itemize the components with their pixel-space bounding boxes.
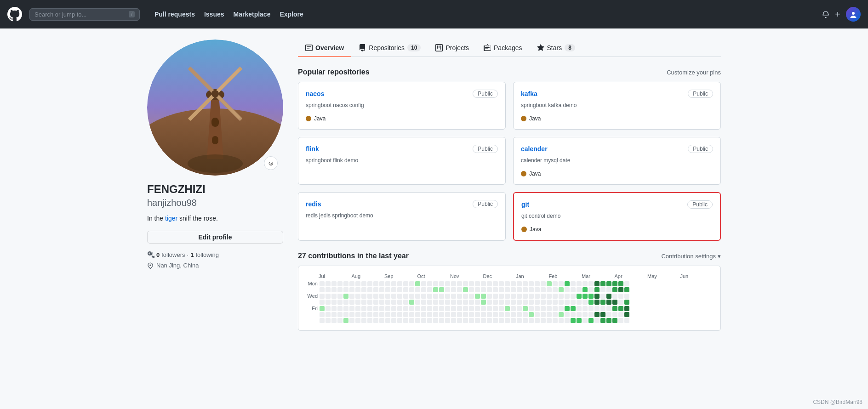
- contrib-cell[interactable]: [433, 294, 438, 299]
- contrib-cell[interactable]: [331, 281, 337, 286]
- contrib-cell[interactable]: [421, 287, 426, 292]
- contrib-cell[interactable]: [618, 287, 623, 292]
- contrib-cell[interactable]: [367, 312, 372, 317]
- contrib-cell[interactable]: [326, 294, 331, 299]
- contrib-cell[interactable]: [571, 306, 576, 311]
- contrib-cell[interactable]: [373, 300, 378, 305]
- contrib-cell[interactable]: [320, 312, 325, 317]
- contrib-cell[interactable]: [457, 287, 462, 292]
- contrib-cell[interactable]: [457, 318, 462, 323]
- contrib-cell[interactable]: [559, 306, 564, 311]
- contrib-cell[interactable]: [361, 294, 366, 299]
- contrib-cell[interactable]: [415, 312, 420, 317]
- contrib-cell[interactable]: [451, 300, 456, 305]
- contrib-cell[interactable]: [517, 318, 522, 323]
- contrib-cell[interactable]: [427, 281, 432, 286]
- contrib-cell[interactable]: [577, 318, 582, 323]
- contrib-cell[interactable]: [361, 300, 366, 305]
- contrib-cell[interactable]: [397, 318, 402, 323]
- contrib-cell[interactable]: [409, 306, 414, 311]
- contrib-cell[interactable]: [361, 312, 366, 317]
- contrib-cell[interactable]: [379, 318, 384, 323]
- contrib-cell[interactable]: [469, 318, 474, 323]
- contrib-cell[interactable]: [469, 281, 474, 286]
- contrib-cell[interactable]: [320, 300, 325, 305]
- contrib-cell[interactable]: [624, 318, 629, 323]
- search-input[interactable]: [34, 11, 125, 18]
- contrib-cell[interactable]: [618, 281, 623, 286]
- contrib-cell[interactable]: [588, 300, 594, 305]
- contrib-cell[interactable]: [385, 312, 390, 317]
- contrib-cell[interactable]: [379, 306, 384, 311]
- contrib-cell[interactable]: [553, 318, 558, 323]
- contrib-cell[interactable]: [385, 318, 390, 323]
- contrib-cell[interactable]: [427, 294, 432, 299]
- contrib-cell[interactable]: [571, 294, 576, 299]
- contrib-cell[interactable]: [523, 318, 528, 323]
- contrib-cell[interactable]: [421, 306, 426, 311]
- contrib-cell[interactable]: [475, 300, 480, 305]
- contrib-cell[interactable]: [612, 306, 617, 311]
- contrib-cell[interactable]: [529, 318, 534, 323]
- contrib-cell[interactable]: [559, 318, 564, 323]
- contrib-cell[interactable]: [331, 300, 337, 305]
- contrib-cell[interactable]: [367, 318, 372, 323]
- contrib-cell[interactable]: [337, 294, 343, 299]
- contrib-cell[interactable]: [361, 318, 366, 323]
- contrib-cell[interactable]: [403, 312, 408, 317]
- contrib-cell[interactable]: [565, 318, 570, 323]
- contrib-cell[interactable]: [541, 306, 546, 311]
- contrib-cell[interactable]: [511, 287, 516, 292]
- contrib-cell[interactable]: [457, 306, 462, 311]
- contrib-cell[interactable]: [582, 294, 588, 299]
- contrib-cell[interactable]: [577, 300, 582, 305]
- contrib-cell[interactable]: [397, 287, 402, 292]
- contrib-cell[interactable]: [439, 281, 444, 286]
- contrib-cell[interactable]: [499, 287, 504, 292]
- contrib-cell[interactable]: [379, 281, 384, 286]
- contrib-cell[interactable]: [427, 287, 432, 292]
- contrib-cell[interactable]: [451, 318, 456, 323]
- contrib-cell[interactable]: [582, 318, 588, 323]
- contrib-cell[interactable]: [523, 300, 528, 305]
- contrib-cell[interactable]: [343, 312, 348, 317]
- contrib-cell[interactable]: [439, 306, 444, 311]
- github-logo-icon[interactable]: [7, 7, 22, 22]
- contrib-cell[interactable]: [463, 312, 468, 317]
- contrib-cell[interactable]: [427, 312, 432, 317]
- contrib-cell[interactable]: [594, 294, 600, 299]
- contrib-cell[interactable]: [331, 318, 337, 323]
- contrib-cell[interactable]: [535, 318, 540, 323]
- contrib-cell[interactable]: [361, 287, 366, 292]
- contrib-cell[interactable]: [367, 287, 372, 292]
- contrib-cell[interactable]: [612, 318, 617, 323]
- contrib-cell[interactable]: [511, 281, 516, 286]
- contrib-cell[interactable]: [433, 281, 438, 286]
- repo-name-redis[interactable]: redis: [306, 200, 321, 208]
- contrib-cell[interactable]: [582, 287, 588, 292]
- contrib-cell[interactable]: [618, 294, 623, 299]
- contrib-cell[interactable]: [547, 294, 552, 299]
- contrib-cell[interactable]: [439, 318, 444, 323]
- contrib-cell[interactable]: [606, 318, 611, 323]
- contrib-cell[interactable]: [367, 300, 372, 305]
- contrib-cell[interactable]: [588, 287, 594, 292]
- contrib-cell[interactable]: [403, 318, 408, 323]
- contrib-cell[interactable]: [594, 318, 600, 323]
- contrib-cell[interactable]: [505, 318, 510, 323]
- tab-overview[interactable]: Overview: [298, 40, 351, 57]
- contrib-cell[interactable]: [606, 294, 611, 299]
- contrib-cell[interactable]: [535, 300, 540, 305]
- contrib-cell[interactable]: [600, 306, 605, 311]
- contrib-cell[interactable]: [511, 294, 516, 299]
- contrib-cell[interactable]: [571, 287, 576, 292]
- contrib-cell[interactable]: [541, 300, 546, 305]
- contrib-cell[interactable]: [529, 287, 534, 292]
- contrib-cell[interactable]: [463, 294, 468, 299]
- contrib-cell[interactable]: [577, 281, 582, 286]
- contrib-cell[interactable]: [373, 306, 378, 311]
- contrib-cell[interactable]: [535, 306, 540, 311]
- contrib-cell[interactable]: [624, 312, 629, 317]
- contrib-cell[interactable]: [493, 300, 498, 305]
- contrib-cell[interactable]: [427, 306, 432, 311]
